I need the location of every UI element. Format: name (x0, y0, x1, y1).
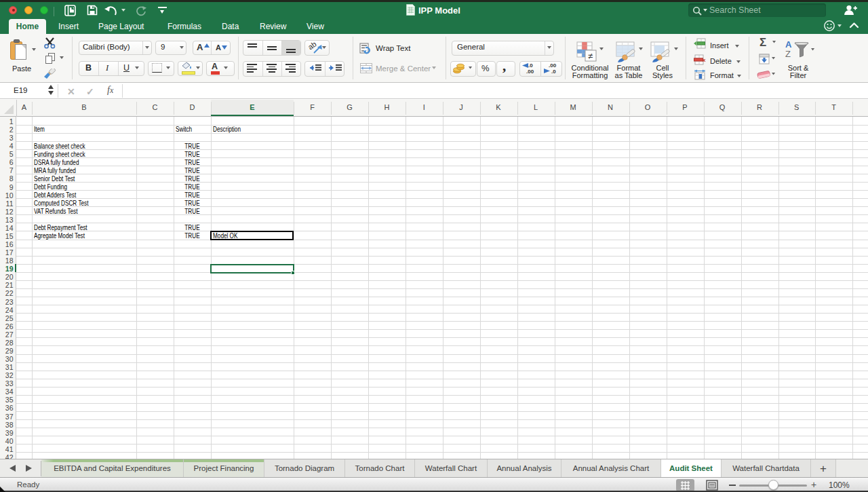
svg-text:≠: ≠ (588, 51, 593, 61)
svg-text:x: x (703, 57, 706, 63)
